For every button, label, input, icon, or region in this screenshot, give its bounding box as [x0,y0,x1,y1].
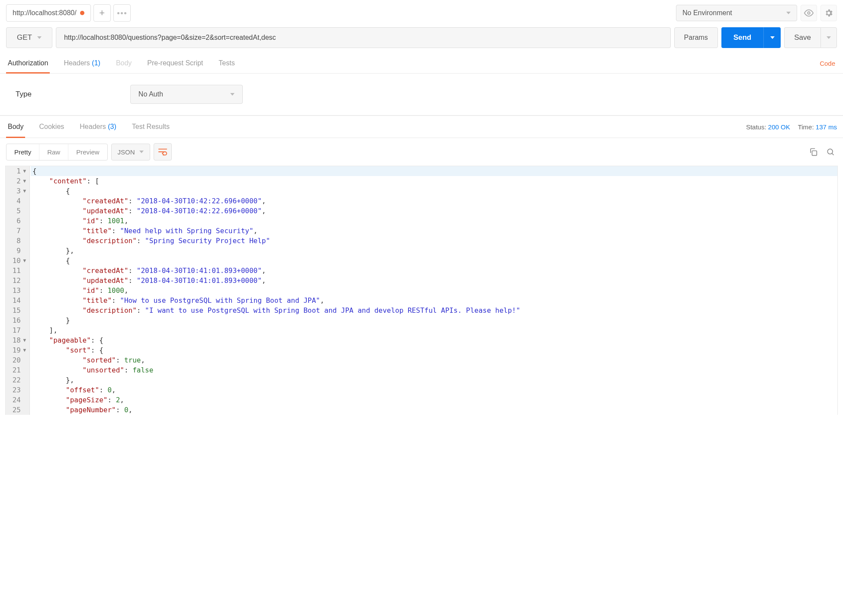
code-link[interactable]: Code [818,55,837,72]
code-line[interactable]: { [31,166,837,176]
more-icon [117,12,126,14]
request-tab-label: http://localhost:8080/ [13,9,77,17]
code-line[interactable]: }, [31,246,837,256]
code-line[interactable]: "updatedAt": "2018-04-30T10:41:01.893+00… [31,276,837,286]
line-number: 22 [6,375,29,385]
code-line[interactable]: }, [31,375,837,385]
params-button[interactable]: Params [674,27,718,48]
chevron-down-icon [827,36,831,39]
line-number: 18▼ [6,335,29,345]
search-response-button[interactable] [824,145,837,158]
new-tab-button[interactable]: + [93,4,111,22]
line-number: 13 [6,286,29,295]
line-number: 20 [6,355,29,365]
auth-type-value: No Auth [138,90,163,98]
save-options-button[interactable] [820,27,837,48]
code-line[interactable]: "id": 1000, [31,286,837,295]
code-line[interactable]: "pageable": { [31,335,837,345]
code-line[interactable]: "sort": { [31,345,837,355]
response-headers-count: (3) [108,123,116,130]
auth-type-select[interactable]: No Auth [130,85,243,104]
unsaved-indicator-icon [80,11,84,15]
body-format-select[interactable]: JSON [111,144,150,160]
tab-tests[interactable]: Tests [217,53,236,73]
line-number: 25 [6,405,29,415]
view-preview[interactable]: Preview [68,144,107,160]
response-tab-body[interactable]: Body [6,116,25,138]
line-number: 23 [6,385,29,395]
settings-button[interactable] [820,5,837,21]
tab-authorization[interactable]: Authorization [6,53,50,73]
line-number: 17 [6,325,29,335]
line-number: 11 [6,266,29,276]
line-number: 4 [6,196,29,206]
line-number: 3▼ [6,186,29,196]
auth-type-label: Type [16,90,32,99]
code-line[interactable]: "title": "How to use PostgreSQL with Spr… [31,295,837,305]
code-line[interactable]: "updatedAt": "2018-04-30T10:42:22.696+00… [31,206,837,216]
line-number: 15 [6,305,29,315]
http-method-select[interactable]: GET [6,27,52,48]
svg-point-3 [827,149,833,154]
body-view-tabs: Pretty Raw Preview [6,144,108,160]
send-options-button[interactable] [763,27,781,48]
tab-options-button[interactable] [113,4,131,22]
code-line[interactable]: "id": 1001, [31,216,837,226]
code-line[interactable]: "description": "Spring Security Project … [31,236,837,246]
view-pretty[interactable]: Pretty [6,144,39,160]
code-line[interactable]: "createdAt": "2018-04-30T10:41:01.893+00… [31,266,837,276]
line-number: 7 [6,226,29,236]
copy-icon [809,148,817,156]
response-tab-testresults[interactable]: Test Results [130,116,171,138]
http-method-label: GET [17,33,32,42]
url-input[interactable]: http://localhost:8080/questions?page=0&s… [56,27,671,48]
code-line[interactable]: { [31,256,837,266]
code-line[interactable]: "content": [ [31,176,837,186]
environment-select[interactable]: No Environment [676,5,797,21]
tab-body[interactable]: Body [114,53,133,73]
chevron-down-icon [37,36,42,39]
chevron-down-icon [786,12,791,14]
code-line[interactable]: "sorted": true, [31,355,837,365]
chevron-down-icon [139,151,144,153]
code-line[interactable]: ], [31,325,837,335]
code-line[interactable]: { [31,186,837,196]
environment-quicklook-button[interactable] [801,5,817,21]
view-raw[interactable]: Raw [39,144,68,160]
plus-icon: + [99,7,105,19]
code-line[interactable]: "createdAt": "2018-04-30T10:42:22.696+00… [31,196,837,206]
svg-rect-2 [812,151,817,156]
line-number: 8 [6,236,29,246]
copy-response-button[interactable] [807,145,820,158]
save-button[interactable]: Save [784,27,820,48]
code-line[interactable]: "offset": 0, [31,385,837,395]
status-value: 200 OK [768,123,790,131]
line-number: 2▼ [6,176,29,186]
code-line[interactable]: "title": "Need help with Spring Security… [31,226,837,236]
save-label: Save [794,33,811,42]
params-label: Params [684,34,708,42]
line-number: 12 [6,276,29,286]
tab-headers[interactable]: Headers (1) [62,53,102,73]
line-number: 1▼ [6,166,29,176]
send-button[interactable]: Send [721,27,764,48]
search-icon [826,148,835,156]
headers-count: (1) [92,59,100,67]
code-line[interactable]: "pageNumber": 0, [31,405,837,415]
send-label: Send [734,33,752,42]
request-tab[interactable]: http://localhost:8080/ [6,4,91,22]
response-body: 1▼2▼3▼45678910▼1112131415161718▼19▼20212… [5,166,838,415]
response-tab-cookies[interactable]: Cookies [37,116,66,138]
eye-icon [804,8,814,18]
line-number: 24 [6,395,29,405]
code-line[interactable]: "unsorted": false [31,365,837,375]
wrap-lines-button[interactable] [154,143,172,160]
code-line[interactable]: } [31,315,837,325]
tab-prerequest[interactable]: Pre-request Script [145,53,205,73]
response-tab-headers[interactable]: Headers (3) [78,116,118,138]
line-number: 14 [6,295,29,305]
chevron-down-icon [230,93,235,96]
code-line[interactable]: "description": "I want to use PostgreSQL… [31,305,837,315]
code-line[interactable]: "pageSize": 2, [31,395,837,405]
gear-icon [824,8,833,18]
